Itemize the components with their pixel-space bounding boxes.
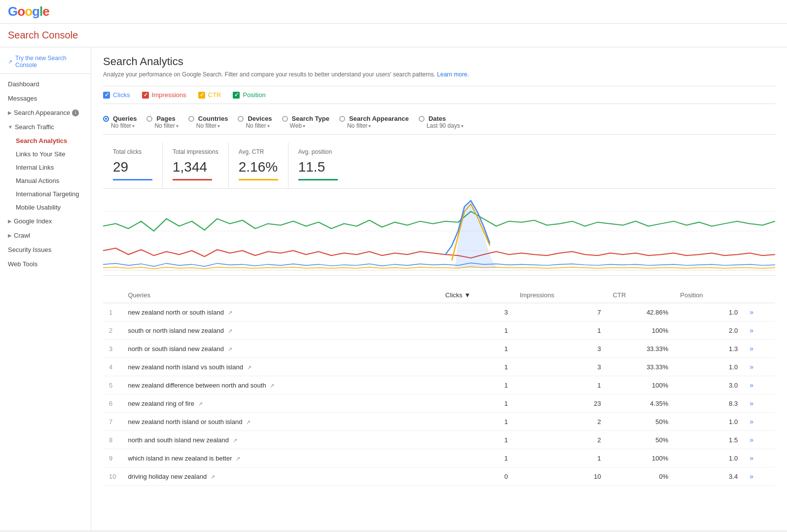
external-link-icon: ↗ (8, 59, 12, 65)
query-link[interactable]: new zealand north island or south island (128, 418, 242, 426)
row-nav[interactable]: » (744, 340, 775, 358)
info-icon[interactable]: i (72, 109, 79, 116)
external-link-icon[interactable]: ↗ (247, 364, 251, 371)
data-table: Queries Clicks ▼ Impressions CTR Positio… (103, 287, 775, 486)
nav-arrows[interactable]: » (750, 363, 753, 371)
external-link-icon[interactable]: ↗ (228, 310, 232, 316)
query-link[interactable]: new zealand ring of fire (128, 400, 194, 407)
row-nav[interactable]: » (744, 376, 775, 394)
metric-impressions[interactable]: Impressions (142, 91, 186, 99)
sidebar-item-dashboard[interactable]: Dashboard (0, 77, 91, 91)
sidebar-item-international-targeting[interactable]: International Targeting (0, 187, 91, 201)
row-query: new zealand north island or south island… (122, 413, 439, 431)
countries-radio (188, 116, 194, 122)
row-clicks: 1 (439, 321, 514, 340)
nav-arrows[interactable]: » (750, 345, 753, 353)
row-nav[interactable]: » (744, 321, 775, 340)
external-link-icon[interactable]: ↗ (228, 346, 232, 353)
queries-radio (103, 116, 109, 122)
sidebar-section-google-index[interactable]: ▶ Google Index (0, 214, 91, 228)
table-row: 3 north or south island new zealand ↗ 1 … (103, 340, 775, 358)
sidebar-item-security-issues[interactable]: Security Issues (0, 243, 91, 257)
row-nav[interactable]: » (744, 413, 775, 431)
sidebar-item-mobile-usability[interactable]: Mobile Usability (0, 201, 91, 214)
row-clicks: 1 (439, 431, 514, 449)
row-query: south or north island new zealand ↗ (122, 321, 439, 340)
external-link-icon[interactable]: ↗ (228, 328, 232, 334)
dates-radio (419, 116, 425, 122)
row-position: 1.0 (674, 358, 744, 376)
external-link-icon[interactable]: ↗ (211, 474, 215, 480)
query-link[interactable]: north or south island new zealand (128, 345, 223, 353)
row-clicks: 3 (439, 303, 514, 321)
row-nav[interactable]: » (744, 358, 775, 376)
row-nav[interactable]: » (744, 394, 775, 413)
metric-clicks[interactable]: Clicks (103, 91, 130, 99)
sidebar-item-web-tools[interactable]: Web Tools (0, 257, 91, 271)
query-link[interactable]: driving holiday new zealand (128, 473, 207, 480)
nav-arrows[interactable]: » (750, 418, 753, 426)
sidebar-item-messages[interactable]: Messages (0, 91, 91, 106)
nav-arrows[interactable]: » (750, 326, 753, 334)
query-link[interactable]: south or north island new zealand (128, 327, 223, 334)
search-type-radio (282, 116, 288, 122)
nav-arrows[interactable]: » (750, 399, 753, 407)
stat-total-clicks: Total clicks 29 (103, 142, 163, 188)
row-clicks: 1 (439, 376, 514, 394)
metric-position[interactable]: Position (233, 91, 265, 99)
query-link[interactable]: new zealand north island vs south island (128, 363, 243, 371)
filter-dates[interactable]: Dates Last 90 days ▾ (419, 115, 464, 129)
metric-ctr[interactable]: CTR (198, 91, 221, 99)
row-nav[interactable]: » (744, 431, 775, 449)
page-description: Analyze your performance on Google Searc… (103, 71, 775, 78)
nav-arrows[interactable]: » (750, 436, 753, 444)
query-link[interactable]: new zealand north or south island (128, 309, 223, 316)
sidebar-item-search-analytics[interactable]: Search Analytics (0, 134, 91, 147)
pages-radio (146, 116, 152, 122)
external-link-icon[interactable]: ↗ (246, 419, 250, 426)
sidebar-item-links-to-site[interactable]: Links to Your Site (0, 147, 91, 161)
row-position: 1.3 (674, 340, 744, 358)
row-nav[interactable]: » (744, 303, 775, 321)
nav-arrows[interactable]: » (750, 472, 753, 480)
countries-dropdown-arrow: ▾ (217, 123, 220, 129)
row-number: 6 (103, 394, 122, 413)
filter-search-type[interactable]: Search Type Web ▾ (282, 115, 329, 129)
query-link[interactable]: which island in new zealand is better (128, 455, 232, 462)
external-link-icon[interactable]: ↗ (236, 456, 240, 462)
filter-queries[interactable]: Queries No filter ▾ (103, 115, 137, 129)
external-link-icon[interactable]: ↗ (270, 383, 274, 389)
filter-pages[interactable]: Pages No filter ▾ (146, 115, 178, 129)
query-link[interactable]: new zealand difference between north and… (128, 382, 266, 389)
sidebar-item-manual-actions[interactable]: Manual Actions (0, 174, 91, 187)
row-number: 8 (103, 431, 122, 449)
filter-devices[interactable]: Devices No filter ▾ (238, 115, 272, 129)
learn-more-link[interactable]: Learn more. (437, 71, 469, 78)
sidebar-item-internal-links[interactable]: Internal Links (0, 161, 91, 174)
row-ctr: 0% (607, 467, 675, 486)
sidebar-try-new[interactable]: ↗ Try the new Search Console (0, 51, 91, 74)
row-query: driving holiday new zealand ↗ (122, 467, 439, 486)
row-query: new zealand north island vs south island… (122, 358, 439, 376)
external-link-icon[interactable]: ↗ (233, 437, 237, 444)
stat-avg-position: Avg. position 11.5 (288, 142, 348, 188)
sidebar-section-crawl[interactable]: ▶ Crawl (0, 228, 91, 243)
col-position: Position (674, 287, 744, 303)
sidebar-section-search-appearance[interactable]: ▶ Search Appearance i (0, 106, 91, 120)
col-clicks[interactable]: Clicks ▼ (439, 287, 514, 303)
row-nav[interactable]: » (744, 449, 775, 467)
clicks-underline (113, 179, 152, 180)
query-link[interactable]: north and south island new zealand (128, 436, 229, 444)
nav-arrows[interactable]: » (750, 381, 753, 389)
nav-arrows[interactable]: » (750, 308, 753, 316)
filter-countries[interactable]: Countries No filter ▾ (188, 115, 228, 129)
row-ctr: 4.35% (607, 394, 675, 413)
row-query: which island in new zealand is better ↗ (122, 449, 439, 467)
filter-search-appearance[interactable]: Search Appearance No filter ▾ (339, 115, 409, 129)
sidebar-section-search-traffic[interactable]: ▼ Search Traffic (0, 120, 91, 134)
row-nav[interactable]: » (744, 467, 775, 486)
row-ctr: 33.33% (607, 340, 675, 358)
external-link-icon[interactable]: ↗ (198, 401, 203, 407)
nav-arrows[interactable]: » (750, 454, 753, 462)
table-row: 5 new zealand difference between north a… (103, 376, 775, 394)
